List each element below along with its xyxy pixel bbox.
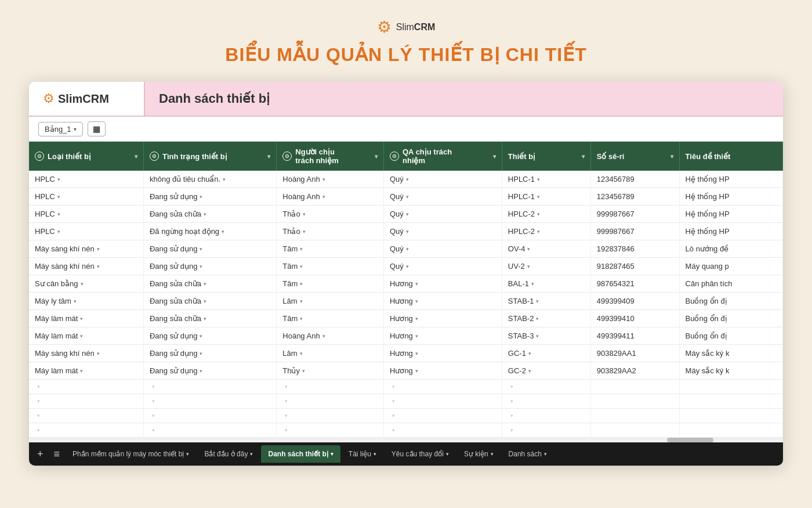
- cell-tieu_de[interactable]: [679, 394, 782, 409]
- cell-tinh_trang[interactable]: Đang sử dụng▾: [143, 188, 276, 206]
- cell-nguoi_chiu[interactable]: Tâm▾: [277, 240, 384, 258]
- bottom-tab-danh_sach2[interactable]: Danh sách ▾: [502, 445, 554, 463]
- cell-tieu_de[interactable]: [679, 380, 782, 394]
- cell-tieu_de[interactable]: Hệ thống HP: [679, 206, 782, 223]
- cell-tinh_trang[interactable]: ▾: [143, 394, 276, 409]
- cell-thiet_bi[interactable]: STAB-1▾: [502, 293, 590, 310]
- cell-tinh_trang[interactable]: Đã ngừng hoạt động▾: [143, 223, 276, 240]
- cell-tinh_trang[interactable]: Đang sửa chữa▾: [143, 206, 276, 223]
- cell-qa_chiu[interactable]: Quý▾: [384, 188, 502, 206]
- cell-loai_thiet_bi[interactable]: ▾: [29, 394, 143, 409]
- cell-thiet_bi[interactable]: ▾: [502, 409, 590, 423]
- cell-tieu_de[interactable]: Lò nướng đề: [679, 240, 782, 258]
- col-chevron-nguoi[interactable]: ▾: [375, 153, 378, 160]
- cell-thiet_bi[interactable]: ▾: [502, 394, 590, 409]
- cell-thiet_bi[interactable]: STAB-3▾: [502, 327, 590, 345]
- cell-tinh_trang[interactable]: không đủ tiêu chuẩn.▾: [143, 171, 276, 188]
- cell-nguoi_chiu[interactable]: Thủy▾: [277, 362, 384, 380]
- bottom-tab-bat_dau[interactable]: Bắt đầu ở đây ▾: [197, 445, 260, 463]
- scrollbar-thumb[interactable]: [667, 438, 713, 442]
- cell-nguoi_chiu[interactable]: Hoàng Anh▾: [277, 171, 384, 188]
- cell-loai_thiet_bi[interactable]: ▾: [29, 409, 143, 423]
- cell-tinh_trang[interactable]: Đang sử dụng▾: [143, 258, 276, 275]
- bottom-tab-phan_mem[interactable]: Phần mềm quản lý máy móc thiết bị ▾: [66, 445, 196, 463]
- cell-so_seri[interactable]: 903829AA1: [590, 345, 679, 362]
- cell-loai_thiet_bi[interactable]: Máy sàng khí nén▾: [29, 345, 143, 362]
- scrollbar-area[interactable]: [29, 438, 783, 442]
- cell-tieu_de[interactable]: Buồng ổn đị: [679, 293, 782, 310]
- cell-nguoi_chiu[interactable]: Thảo▾: [277, 206, 384, 223]
- col-chevron-tinh[interactable]: ▾: [267, 153, 270, 160]
- cell-qa_chiu[interactable]: Hương▾: [384, 275, 502, 293]
- cell-qa_chiu[interactable]: ▾: [384, 380, 502, 394]
- cell-nguoi_chiu[interactable]: Tâm▾: [277, 275, 384, 293]
- cell-so_seri[interactable]: [590, 380, 679, 394]
- cell-loai_thiet_bi[interactable]: HPLC▾: [29, 206, 143, 223]
- cell-so_seri[interactable]: 999987667: [590, 223, 679, 240]
- cell-qa_chiu[interactable]: Quý▾: [384, 240, 502, 258]
- cell-tinh_trang[interactable]: ▾: [143, 409, 276, 423]
- cell-nguoi_chiu[interactable]: Thảo▾: [277, 223, 384, 240]
- cell-tinh_trang[interactable]: ▾: [143, 423, 276, 438]
- cell-thiet_bi[interactable]: HPLC-2▾: [502, 206, 590, 223]
- cell-loai_thiet_bi[interactable]: HPLC▾: [29, 188, 143, 206]
- cell-qa_chiu[interactable]: Quý▾: [384, 206, 502, 223]
- cell-so_seri[interactable]: 903829AA2: [590, 362, 679, 380]
- cell-qa_chiu[interactable]: ▾: [384, 394, 502, 409]
- cell-thiet_bi[interactable]: UV-2▾: [502, 258, 590, 275]
- bottom-tab-su_kien[interactable]: Sự kiện ▾: [457, 445, 501, 463]
- cell-loai_thiet_bi[interactable]: Máy ly tâm▾: [29, 293, 143, 310]
- cell-so_seri[interactable]: 123456789: [590, 188, 679, 206]
- cell-so_seri[interactable]: 192837846: [590, 240, 679, 258]
- cell-so_seri[interactable]: [590, 394, 679, 409]
- cell-qa_chiu[interactable]: Quý▾: [384, 223, 502, 240]
- cell-qa_chiu[interactable]: Hương▾: [384, 345, 502, 362]
- cell-thiet_bi[interactable]: GC-2▾: [502, 362, 590, 380]
- cell-thiet_bi[interactable]: STAB-2▾: [502, 310, 590, 327]
- cell-tieu_de[interactable]: Hệ thống HP: [679, 188, 782, 206]
- cell-nguoi_chiu[interactable]: Hoàng Anh▾: [277, 327, 384, 345]
- cell-tinh_trang[interactable]: Đang sửa chữa▾: [143, 275, 276, 293]
- cell-qa_chiu[interactable]: Hương▾: [384, 293, 502, 310]
- cell-loai_thiet_bi[interactable]: ▾: [29, 423, 143, 438]
- cell-thiet_bi[interactable]: HPLC-2▾: [502, 223, 590, 240]
- bottom-tab-yeu_cau[interactable]: Yêu cầu thay đổi ▾: [385, 445, 456, 463]
- add-tab-button[interactable]: +: [32, 446, 48, 463]
- cell-loai_thiet_bi[interactable]: Máy làm mát▾: [29, 362, 143, 380]
- cell-thiet_bi[interactable]: HPLC-1▾: [502, 171, 590, 188]
- cell-nguoi_chiu[interactable]: Tâm▾: [277, 310, 384, 327]
- col-chevron-loai[interactable]: ▾: [135, 153, 137, 160]
- col-chevron-thiet[interactable]: ▾: [582, 153, 585, 160]
- cell-nguoi_chiu[interactable]: ▾: [277, 423, 384, 438]
- cell-tinh_trang[interactable]: Đang sử dụng▾: [143, 240, 276, 258]
- cell-so_seri[interactable]: [590, 423, 679, 438]
- cell-tieu_de[interactable]: Máy sắc ký k: [679, 345, 782, 362]
- cell-nguoi_chiu[interactable]: Tâm▾: [277, 258, 384, 275]
- grid-view-button[interactable]: ▦: [88, 121, 106, 136]
- table-view-button[interactable]: Bảng_1 ▾: [38, 122, 83, 136]
- cell-tieu_de[interactable]: Buồng ổn đị: [679, 327, 782, 345]
- cell-thiet_bi[interactable]: HPLC-1▾: [502, 188, 590, 206]
- cell-loai_thiet_bi[interactable]: Máy sàng khí nén▾: [29, 240, 143, 258]
- cell-tieu_de[interactable]: Buồng ổn đị: [679, 310, 782, 327]
- menu-tab-button[interactable]: ≡: [49, 446, 65, 463]
- cell-so_seri[interactable]: 499399411: [590, 327, 679, 345]
- cell-tieu_de[interactable]: Cân phân tích: [679, 275, 782, 293]
- cell-qa_chiu[interactable]: Hương▾: [384, 327, 502, 345]
- cell-nguoi_chiu[interactable]: Hoàng Anh▾: [277, 188, 384, 206]
- cell-thiet_bi[interactable]: OV-4▾: [502, 240, 590, 258]
- cell-qa_chiu[interactable]: Hương▾: [384, 310, 502, 327]
- cell-thiet_bi[interactable]: ▾: [502, 423, 590, 438]
- cell-so_seri[interactable]: [590, 409, 679, 423]
- cell-tinh_trang[interactable]: Đang sửa chữa▾: [143, 293, 276, 310]
- cell-thiet_bi[interactable]: BAL-1▾: [502, 275, 590, 293]
- cell-tieu_de[interactable]: [679, 423, 782, 438]
- cell-so_seri[interactable]: 999987667: [590, 206, 679, 223]
- cell-loai_thiet_bi[interactable]: Sư cân bằng▾: [29, 275, 143, 293]
- cell-so_seri[interactable]: 987654321: [590, 275, 679, 293]
- cell-loai_thiet_bi[interactable]: Máy sàng khí nén▾: [29, 258, 143, 275]
- cell-nguoi_chiu[interactable]: ▾: [277, 394, 384, 409]
- cell-tinh_trang[interactable]: Đang sử dụng▾: [143, 345, 276, 362]
- cell-tieu_de[interactable]: [679, 409, 782, 423]
- cell-thiet_bi[interactable]: ▾: [502, 380, 590, 394]
